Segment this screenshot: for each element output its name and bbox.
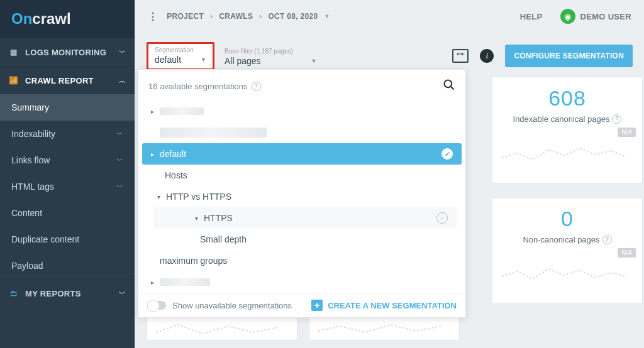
sidebar-item-label: Indexability: [11, 129, 55, 139]
selected-check-icon: ✔: [441, 148, 453, 160]
create-segmentation-link[interactable]: + CREATE A NEW SEGMENTATION: [311, 300, 457, 311]
sidebar-item-html-tags[interactable]: HTML tags﹀: [0, 173, 135, 200]
segmentation-value: default: [155, 55, 181, 65]
chevron-down-icon: ﹀: [119, 289, 126, 298]
show-unavailable-label: Show unavailable segmentations: [172, 301, 292, 310]
sidebar-item-duplicate-content[interactable]: Duplicate content: [0, 226, 135, 253]
sidebar-section-crawl-report[interactable]: 📶 CRAWL REPORT ︿: [0, 66, 135, 94]
segmentation-dropdown-panel: 16 available segmentations ? ▸ ▸ default…: [138, 69, 466, 318]
segmentation-item-http-vs-https[interactable]: ▾HTTP vs HTTPS: [142, 186, 462, 207]
caret-down-icon: ▼: [311, 58, 317, 64]
sparkline-chart: [499, 142, 636, 163]
help-link[interactable]: HELP: [520, 12, 543, 21]
segmentation-item-blurred[interactable]: ▸: [142, 271, 462, 293]
sidebar-item-summary[interactable]: Summary: [0, 94, 135, 121]
topbar: ⋮ PROJECT › CRAWLS › OCT 08, 2020 ▼ HELP…: [135, 0, 644, 33]
kebab-menu-icon[interactable]: ⋮: [148, 11, 160, 23]
help-icon[interactable]: ?: [602, 235, 612, 244]
chevron-right-icon: ›: [259, 12, 262, 21]
sidebar-item-links-flow[interactable]: Links flow﹀: [0, 147, 135, 173]
avatar-icon: ◉: [560, 9, 575, 24]
sidebar-item-label: Summary: [11, 102, 49, 112]
segmentation-item-label: Small depth: [200, 234, 247, 244]
chevron-down-icon: ﹀: [116, 156, 123, 165]
collapse-icon: ▾: [195, 215, 204, 222]
caret-down-icon[interactable]: ▼: [324, 13, 330, 19]
sparkline-chart: [499, 263, 636, 284]
user-name: DEMO USER: [580, 12, 631, 21]
sidebar-section-my-reports[interactable]: 🗀 MY REPORTS ﹀: [0, 279, 135, 307]
expand-icon: ▸: [151, 279, 160, 286]
card-value: 0: [561, 207, 574, 231]
create-segmentation-label: CREATE A NEW SEGMENTATION: [328, 301, 457, 310]
card-non-canonical[interactable]: 0 Non-canonical pages ? N/A: [492, 197, 643, 304]
base-filter-selector[interactable]: Base filter (1,187 pages) All pages ▼: [221, 46, 317, 66]
segmentation-item-small-depth[interactable]: Small depth: [142, 229, 462, 250]
segmentation-item-label: default: [160, 149, 186, 159]
plus-icon: +: [311, 300, 323, 311]
sidebar-item-label: Content: [11, 208, 42, 218]
collapse-icon: ▾: [157, 193, 166, 200]
sidebar-section-logs-monitoring[interactable]: ▦ LOGS MONITORING ﹀: [0, 38, 135, 66]
sidebar-item-content[interactable]: Content: [0, 200, 135, 226]
base-filter-label: Base filter (1,187 pages): [225, 48, 317, 55]
help-icon[interactable]: ?: [252, 82, 261, 91]
logo-part1: On: [11, 10, 32, 28]
bars-icon: 📶: [9, 76, 19, 85]
logo-part2: crawl: [32, 10, 70, 28]
breadcrumb-project[interactable]: PROJECT: [167, 12, 204, 21]
card-title: Non-canonical pages: [523, 235, 599, 244]
caret-down-icon: ▼: [201, 57, 206, 63]
filters-row: Segmentation default ▼ Base filter (1,18…: [147, 40, 633, 72]
search-icon[interactable]: [443, 79, 455, 94]
expand-icon: ▸: [151, 108, 160, 115]
segmentation-item-https[interactable]: ▾HTTPS✓: [153, 207, 457, 229]
chevron-right-icon: ›: [210, 12, 213, 21]
main-content: ⋮ PROJECT › CRAWLS › OCT 08, 2020 ▼ HELP…: [135, 0, 644, 348]
segmentation-item-blurred[interactable]: ▸: [142, 101, 462, 122]
content-area: Segmentation default ▼ Base filter (1,18…: [135, 33, 644, 348]
chevron-down-icon: ﹀: [116, 182, 123, 192]
pdf-export-icon[interactable]: [452, 49, 469, 63]
svg-line-1: [451, 87, 454, 90]
card-hidden: [309, 315, 460, 340]
card-title: Indexable canonical pages: [513, 114, 610, 124]
sidebar-item-payload[interactable]: Payload: [0, 253, 135, 279]
segmentation-item-blurred[interactable]: [142, 122, 462, 143]
sidebar-item-label: Payload: [11, 261, 43, 271]
chevron-up-icon: ︿: [119, 76, 126, 85]
segmentation-selector[interactable]: Segmentation default ▼: [147, 42, 214, 70]
sidebar-section-label: CRAWL REPORT: [25, 76, 119, 85]
segmentation-item-default[interactable]: ▸ default ✔: [142, 143, 462, 165]
segmentation-item-hosts[interactable]: Hosts: [142, 165, 462, 186]
segmentation-item-maximum-groups[interactable]: maximum groups: [142, 250, 462, 271]
sidebar-section-label: MY REPORTS: [25, 289, 119, 298]
user-menu[interactable]: ◉ DEMO USER: [560, 9, 631, 24]
svg-point-0: [445, 80, 452, 88]
na-badge: N/A: [618, 128, 636, 137]
card-hidden: [147, 315, 297, 340]
segmentation-item-label: Hosts: [165, 170, 187, 180]
logo[interactable]: Oncrawl: [0, 0, 135, 38]
breadcrumb: ⋮ PROJECT › CRAWLS › OCT 08, 2020 ▼: [148, 11, 330, 23]
info-icon[interactable]: i: [480, 49, 494, 63]
segmentation-item-label: HTTPS: [204, 213, 233, 223]
configure-segmentation-button[interactable]: CONFIGURE SEGMENTATION: [505, 45, 633, 67]
card-indexable-canonical[interactable]: 608 Indexable canonical pages ? N/A: [492, 77, 643, 183]
segmentation-count-label: 16 available segmentations: [148, 82, 248, 91]
segmentation-item-label: HTTP vs HTTPS: [166, 192, 231, 202]
expand-icon: ▸: [151, 151, 160, 158]
card-value: 608: [548, 86, 586, 111]
help-icon[interactable]: ?: [612, 114, 621, 124]
folder-icon: 🗀: [9, 289, 19, 298]
chevron-down-icon: ﹀: [119, 48, 126, 57]
breadcrumb-crawls[interactable]: CRAWLS: [219, 12, 253, 21]
base-filter-value: All pages: [225, 56, 261, 66]
sidebar-item-indexability[interactable]: Indexability﹀: [0, 121, 135, 147]
topbar-right: HELP ◉ DEMO USER: [520, 9, 631, 24]
breadcrumb-date[interactable]: OCT 08, 2020: [268, 12, 318, 21]
segmentation-item-label: maximum groups: [160, 256, 227, 266]
chevron-down-icon: ﹀: [116, 129, 123, 139]
sidebar-section-label: LOGS MONITORING: [25, 48, 119, 57]
show-unavailable-toggle[interactable]: [147, 301, 166, 310]
